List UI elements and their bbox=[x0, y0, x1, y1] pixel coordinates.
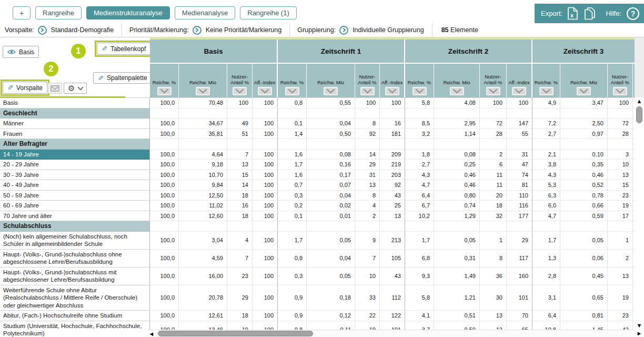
group-row-label[interactable]: Alter Befragter bbox=[0, 139, 150, 150]
scroll-down-arrow[interactable]: ▼ bbox=[635, 322, 644, 329]
data-cell: 4,1 bbox=[405, 311, 434, 321]
column-menu-button[interactable] bbox=[450, 87, 464, 95]
data-cell bbox=[608, 221, 633, 232]
tab-medienstrukturanalyse[interactable]: Medienstrukturanalyse bbox=[86, 6, 170, 19]
group-row-label[interactable]: Geschlecht bbox=[0, 108, 150, 119]
tabellenkopf-button[interactable]: ✎ Tabellenkopf bbox=[97, 43, 150, 55]
column-menu-button[interactable] bbox=[196, 87, 210, 95]
row-label[interactable]: 20 - 29 Jahre bbox=[0, 160, 150, 170]
column-menu-button[interactable] bbox=[512, 87, 526, 95]
column-menu-button[interactable] bbox=[486, 87, 500, 95]
data-cell: 0,08 bbox=[307, 150, 355, 160]
data-cell: 100 bbox=[253, 129, 278, 140]
mail-button[interactable] bbox=[48, 83, 62, 94]
column-menu-button[interactable] bbox=[157, 87, 172, 95]
data-cell: 4,3 bbox=[405, 170, 434, 181]
data-cell: 12,60 bbox=[179, 211, 227, 222]
annotation-badge-2: 2 bbox=[44, 62, 58, 76]
scroll-up-arrow[interactable]: ▲ bbox=[635, 97, 644, 105]
data-cell bbox=[355, 108, 380, 119]
column-menu-button[interactable] bbox=[285, 87, 299, 95]
row-label[interactable]: 30 - 39 Jahre bbox=[0, 170, 150, 181]
scroll-left-arrow[interactable]: ◄ bbox=[148, 330, 155, 337]
row-label[interactable]: Weiterführende Schule ohne Abitur (Reals… bbox=[0, 285, 150, 311]
data-cell: 13 bbox=[608, 170, 633, 181]
column-menu-button[interactable] bbox=[412, 87, 427, 95]
data-cell: 100 bbox=[253, 118, 278, 129]
row-label[interactable]: Männer bbox=[0, 118, 150, 129]
toolbar-value-priorit-t-markierung[interactable]: Keine Priorität/Markierung bbox=[206, 26, 282, 34]
data-cell: 0,18 bbox=[307, 285, 355, 311]
data-cell bbox=[307, 139, 355, 150]
tab-medienanalyse[interactable]: Medienanalyse bbox=[175, 6, 235, 19]
data-cell: 6,4 bbox=[405, 191, 434, 201]
data-cell: 92 bbox=[380, 180, 405, 191]
vertical-scrollbar[interactable]: ▲ ▼ bbox=[635, 97, 644, 329]
tab-tab[interactable]: + bbox=[13, 6, 31, 19]
row-label[interactable]: (Noch) kein allgemeiner Schulabschluss, … bbox=[0, 232, 150, 250]
export-copy-icon[interactable] bbox=[583, 7, 596, 20]
scroll-right-arrow[interactable]: ► bbox=[635, 330, 644, 337]
basis-button[interactable]: Basis bbox=[3, 46, 39, 58]
column-menu-button[interactable] bbox=[577, 87, 591, 95]
export-excel-icon[interactable]: x bbox=[567, 7, 578, 20]
tab-rangreihe[interactable]: Rangreihe bbox=[35, 6, 82, 19]
row-label[interactable]: 60 - 69 Jahre bbox=[0, 201, 150, 211]
dropdown-chevron-icon[interactable] bbox=[38, 26, 47, 35]
column-header-label: Nutzer-Anteil % bbox=[608, 74, 632, 85]
horizontal-scrollbar[interactable]: ◄ bbox=[148, 330, 635, 337]
table-row: 60 - 69 Jahre100,011,02161000,20,024256,… bbox=[0, 201, 635, 211]
data-cell bbox=[227, 221, 253, 232]
row-label[interactable]: Haupt- (Volks-, Grund-)schulabschluss oh… bbox=[0, 250, 150, 267]
toolbar-value-gruppierung[interactable]: Individuelle Gruppierung bbox=[353, 26, 424, 34]
column-menu-button[interactable] bbox=[324, 87, 338, 95]
data-cell: 30 bbox=[480, 285, 507, 311]
row-label[interactable]: 70 Jahre und älter bbox=[0, 211, 150, 222]
column-menu-button[interactable] bbox=[385, 87, 399, 95]
row-label[interactable]: Haupt- (Volks-, Grund-)schulabschluss mi… bbox=[0, 267, 150, 285]
data-cell: 1 bbox=[480, 232, 507, 250]
data-cell: 0,97 bbox=[560, 129, 608, 140]
column-menu-button[interactable] bbox=[539, 87, 554, 95]
help-icon[interactable]: ? bbox=[626, 7, 640, 21]
row-label[interactable]: 50 - 59 Jahre bbox=[0, 191, 150, 201]
column-menu-button[interactable] bbox=[258, 87, 272, 95]
scroll-right-corner[interactable]: ► bbox=[635, 330, 644, 337]
data-cell: 0,04 bbox=[307, 191, 355, 201]
data-cell: 105 bbox=[380, 250, 405, 267]
data-cell: 0,31 bbox=[434, 250, 480, 267]
data-cell: 181 bbox=[380, 129, 405, 140]
row-label[interactable]: 40 - 49 Jahre bbox=[0, 180, 150, 191]
spaltenpalette-button[interactable]: ✎ Spaltenpalette bbox=[93, 72, 152, 84]
column-header-aff-index: Aff.-Index bbox=[380, 64, 405, 97]
data-cell: 49 bbox=[227, 118, 253, 129]
data-cell: 0,1 bbox=[278, 118, 307, 129]
data-cell: 7 bbox=[227, 250, 253, 267]
data-cell: 0,46 bbox=[560, 170, 608, 181]
data-cell: 1 bbox=[608, 232, 633, 250]
row-label[interactable]: 14 - 19 Jahre bbox=[0, 150, 150, 160]
vertical-scroll-thumb[interactable] bbox=[636, 106, 642, 123]
dropdown-chevron-icon[interactable] bbox=[193, 26, 202, 35]
row-label[interactable]: Abitur, (Fach-) Hochschulreife ohne Stud… bbox=[0, 311, 150, 321]
tab-rangreihe-1[interactable]: Rangreihe (1) bbox=[240, 6, 297, 19]
column-menu-button[interactable] bbox=[233, 87, 247, 95]
row-label[interactable]: Basis bbox=[0, 98, 150, 108]
dropdown-chevron-icon[interactable] bbox=[339, 26, 348, 35]
data-cell: 92 bbox=[355, 129, 380, 140]
data-cell: 6,4 bbox=[532, 311, 560, 321]
data-cell bbox=[278, 139, 307, 150]
group-row-label[interactable]: Schulabschluss bbox=[0, 221, 150, 232]
group-row: Schulabschluss bbox=[0, 221, 635, 232]
horizontal-scroll-thumb[interactable] bbox=[158, 331, 313, 336]
column-menu-button[interactable] bbox=[613, 87, 627, 95]
row-label[interactable]: Studium (Universität, Hochschule, Fachho… bbox=[0, 321, 150, 337]
toolbar-value-vorspalte[interactable]: Standard-Demografie bbox=[51, 26, 114, 34]
settings-menu-button[interactable]: ⚙ bbox=[64, 83, 87, 94]
vorspalte-button[interactable]: ✎ Vorspalte bbox=[3, 82, 47, 94]
column-menu-button[interactable] bbox=[360, 87, 375, 95]
row-label[interactable]: Frauen bbox=[0, 129, 150, 140]
column-header-label: Reichw. Mio bbox=[443, 80, 470, 86]
data-cell: 100,0 bbox=[150, 267, 179, 285]
data-cell: 7 bbox=[355, 250, 380, 267]
